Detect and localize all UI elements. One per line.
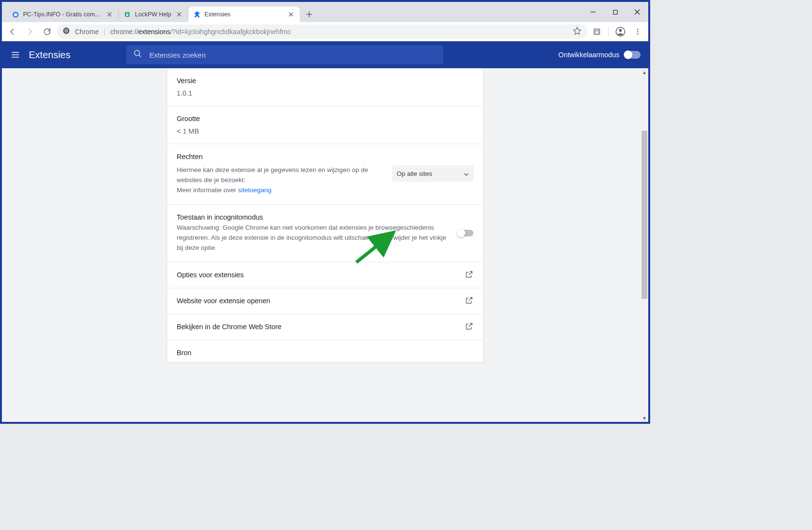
minimize-button[interactable] [582,4,604,20]
tab-strip: PC-Tips.INFO - Gratis computer t LockPW … [7,2,645,22]
website-label: Website voor extensie openen [177,297,270,305]
extensions-header: Extensies Ontwikkelaarmodus [2,41,648,68]
svg-point-7 [65,30,67,32]
chrome-icon [62,27,70,36]
open-external-icon [465,296,473,306]
hamburger-icon[interactable] [10,49,21,61]
options-row[interactable]: Opties voor extensies [167,262,483,288]
close-window-button[interactable] [626,4,648,20]
close-icon[interactable] [106,11,113,18]
browser-toolbar: Chrome | chrome://extensions/?id=kjcloih… [2,22,648,41]
chevron-down-icon [464,170,469,177]
forward-button[interactable] [22,24,37,39]
profile-button[interactable] [613,24,628,39]
webstore-row[interactable]: Bekijken in de Chrome Web Store [167,314,483,340]
size-label: Grootte [177,115,473,123]
incognito-label: Toestaan in incognitomodus [177,213,448,221]
source-value: Chrome Web Store [177,361,473,362]
open-external-icon [465,322,473,332]
developer-mode-label: Ontwikkelaarmodus [558,51,619,59]
extension-icon [193,11,201,18]
permissions-description: Hiermee kan deze extensie al je gegevens… [177,165,382,196]
site-access-value: Op alle sites [397,170,432,177]
close-icon[interactable] [175,11,183,18]
version-value: 1.0.1 [177,89,473,97]
website-row[interactable]: Website voor extensie openen [167,288,483,314]
incognito-section: Toestaan in incognitomodus Waarschuwing:… [167,205,483,262]
incognito-toggle[interactable] [457,230,473,236]
close-icon[interactable] [287,11,295,18]
back-button[interactable] [5,24,20,39]
address-bar[interactable]: Chrome | chrome://extensions/?id=kjcloih… [57,25,587,39]
permissions-label: Rechten [177,153,473,160]
toolbar-right [589,24,645,39]
new-tab-button[interactable] [303,8,316,21]
svg-point-13 [637,31,639,32]
site-access-dropdown[interactable]: Op alle sites [392,165,473,182]
site-access-link[interactable]: sitetoegang [238,186,272,194]
svg-rect-4 [613,10,617,14]
svg-point-14 [637,33,639,35]
content-area: Versie 1.0.1 Grootte < 1 MB Rechten Hier… [2,68,648,422]
star-icon[interactable] [573,26,582,37]
scroll-thumb[interactable] [642,131,647,299]
window-controls [582,2,648,22]
maximize-button[interactable] [604,4,626,20]
menu-button[interactable] [630,24,645,39]
lock-icon [123,11,131,18]
source-section: Bron Chrome Web Store [167,340,483,362]
size-section: Grootte < 1 MB [167,106,483,144]
tab-label: PC-Tips.INFO - Gratis computer t [23,11,102,18]
svg-rect-3 [126,14,129,16]
search-icon [133,49,143,61]
search-input[interactable] [149,51,436,59]
tab-extensies[interactable]: Extensies [188,7,300,22]
tab-pctips[interactable]: PC-Tips.INFO - Gratis computer t [7,7,118,22]
svg-rect-9 [595,31,598,34]
window-titlebar: PC-Tips.INFO - Gratis computer t LockPW … [2,2,648,22]
version-section: Versie 1.0.1 [167,68,483,106]
svg-point-12 [637,29,639,30]
omnibox-separator: | [104,28,106,36]
version-label: Versie [177,77,473,85]
search-box[interactable] [126,45,443,64]
page-title: Extensies [29,49,71,61]
tab-label: Extensies [205,11,283,18]
open-external-icon [465,270,473,280]
lockpw-ext-icon[interactable] [589,24,605,39]
reload-button[interactable] [39,24,55,39]
svg-point-15 [134,50,140,56]
tab-lockpw[interactable]: LockPW Help [119,7,188,22]
omnibox-chrome-label: Chrome [75,28,99,36]
svg-point-1 [14,13,17,16]
globe-icon [12,11,19,18]
svg-point-11 [619,29,622,32]
scrollbar[interactable]: ▲ ▼ [641,68,648,422]
permissions-section: Rechten Hiermee kan deze extensie al je … [167,144,483,205]
incognito-warning: Waarschuwing: Google Chrome kan niet voo… [177,223,448,253]
scroll-up-icon[interactable]: ▲ [641,68,648,76]
source-label: Bron [177,349,473,357]
webstore-label: Bekijken in de Chrome Web Store [177,323,281,331]
options-label: Opties voor extensies [177,271,243,279]
tab-label: LockPW Help [135,11,171,18]
scroll-down-icon[interactable]: ▼ [641,414,648,422]
developer-mode-toggle[interactable] [624,51,641,59]
developer-mode: Ontwikkelaarmodus [558,51,641,59]
size-value: < 1 MB [177,127,473,135]
toolbar-divider [608,26,609,37]
extension-detail-card: Versie 1.0.1 Grootte < 1 MB Rechten Hier… [167,68,484,363]
omnibox-url: chrome://extensions/?id=kjcloihghgncbdka… [110,28,291,36]
